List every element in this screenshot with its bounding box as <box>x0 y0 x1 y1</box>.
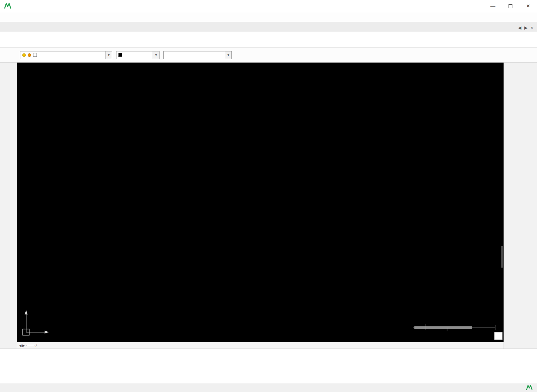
status-bar <box>0 383 537 392</box>
modify-tool-palette <box>504 63 537 349</box>
layer-freeze-icon <box>28 53 31 57</box>
layers-button[interactable] <box>4 49 16 61</box>
layer-color-chip <box>33 53 37 57</box>
maximize-icon <box>509 4 512 8</box>
canvas-vscrollbar[interactable] <box>501 246 503 268</box>
dimension-bottom-width[interactable] <box>164 222 279 236</box>
sheet-tab-strip: ◀ ▶ / <box>17 342 504 349</box>
lineweight-slider[interactable] <box>413 324 495 331</box>
main-area: ◀ ▶ / <box>0 63 537 349</box>
tab-next-icon[interactable]: ▶ <box>524 25 527 30</box>
current-color-chip <box>118 53 122 57</box>
drawing-canvas[interactable] <box>17 63 504 342</box>
minimize-icon: — <box>490 3 495 9</box>
sheet-tab-divider: / <box>36 343 37 348</box>
tab-close-icon[interactable]: × <box>531 25 533 30</box>
command-line-area[interactable] <box>0 349 537 383</box>
maximize-button[interactable] <box>502 0 519 12</box>
chevron-down-icon: ▼ <box>153 51 159 59</box>
close-button[interactable]: × <box>519 0 537 12</box>
canvas-svg <box>17 63 504 342</box>
linetype-select[interactable]: ▼ <box>163 51 232 59</box>
minimize-button[interactable]: — <box>484 0 502 12</box>
tab-prev-icon[interactable]: ◀ <box>518 25 521 30</box>
annotation-arrow-bottom[interactable] <box>314 245 365 265</box>
color-select[interactable]: ▼ <box>116 51 160 59</box>
tab-model[interactable] <box>27 345 35 346</box>
title-bar: — × <box>0 0 537 12</box>
chevron-down-icon: ▼ <box>105 51 112 59</box>
dimension-top-width[interactable] <box>164 90 279 111</box>
sheet-prev-icon[interactable]: ◀ <box>19 344 22 347</box>
cad-rectangle-cyan[interactable] <box>164 112 279 195</box>
close-icon: × <box>526 2 530 10</box>
canvas-corner-box[interactable] <box>494 332 502 340</box>
app-logo-icon <box>4 2 12 10</box>
dimension-top-height[interactable] <box>281 112 302 195</box>
mxcad-logo-icon <box>526 384 533 391</box>
draw-style-button[interactable] <box>236 49 248 61</box>
document-tab-bar: ◀ ▶ × <box>0 22 537 32</box>
dimension-bottom-height[interactable] <box>281 237 298 319</box>
cad-rectangle-magenta[interactable] <box>164 237 279 319</box>
sheet-next-icon[interactable]: ▶ <box>22 344 25 347</box>
ucs-icon <box>23 310 49 335</box>
layer-select[interactable]: ▼ <box>20 51 112 59</box>
properties-toolbar: ▼ ▼ ▼ <box>0 48 537 63</box>
menu-bar <box>0 12 537 22</box>
annotation-arrow-top[interactable] <box>305 176 318 189</box>
window-controls: — × <box>484 0 537 12</box>
tab-controls: ◀ ▶ × <box>514 25 537 32</box>
mxcad-brand <box>526 384 534 391</box>
draw-tool-palette <box>0 63 17 349</box>
main-toolbar <box>0 32 537 48</box>
linetype-sample <box>166 55 181 55</box>
layer-on-icon <box>22 53 26 57</box>
chevron-down-icon: ▼ <box>225 51 231 59</box>
